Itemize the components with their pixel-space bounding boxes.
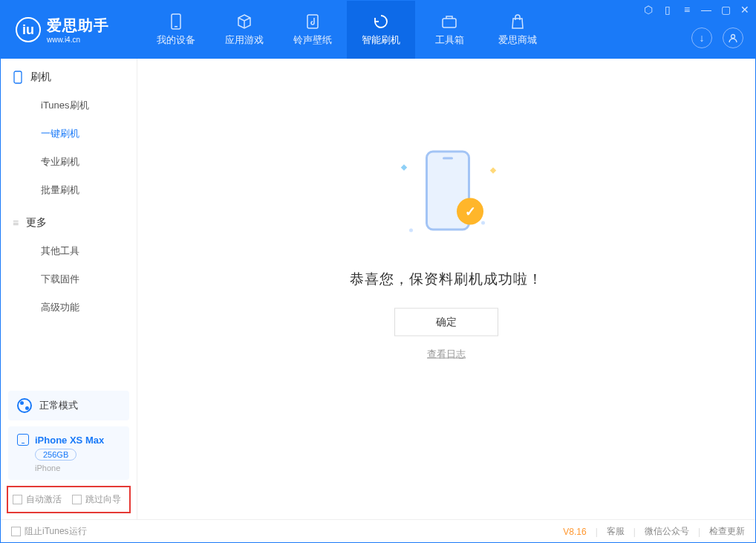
bag-icon <box>509 13 527 30</box>
tab-apps[interactable]: 应用游戏 <box>210 1 278 59</box>
checkbox-icon <box>11 527 21 536</box>
header-right-buttons: ↓ <box>691 27 743 48</box>
main-tabs: 我的设备 应用游戏 铃声壁纸 智能刷机 工具箱 爱思商城 <box>142 1 552 59</box>
app-header: iu 爱思助手 www.i4.cn 我的设备 应用游戏 铃声壁纸 智能刷机 工具… <box>1 1 755 59</box>
sidebar-item-onekey-flash[interactable]: 一键刷机 <box>1 120 137 148</box>
tab-toolbox[interactable]: 工具箱 <box>415 1 483 59</box>
menu-icon[interactable]: ≡ <box>681 4 693 16</box>
tab-label: 铃声壁纸 <box>293 33 332 47</box>
sparkle-icon <box>401 165 407 171</box>
svg-point-4 <box>731 35 735 39</box>
phone-flash-icon <box>13 71 23 84</box>
main-content: ✓ 恭喜您，保资料刷机成功啦！ 确定 查看日志 <box>137 59 755 519</box>
toolbox-icon <box>440 13 458 30</box>
success-illustration: ✓ <box>379 143 513 255</box>
check-badge-icon: ✓ <box>457 198 483 225</box>
shirt-icon[interactable]: ⬡ <box>642 4 654 16</box>
tab-label: 工具箱 <box>435 33 464 47</box>
tab-label: 应用游戏 <box>225 33 264 47</box>
sidebar-item-batch-flash[interactable]: 批量刷机 <box>1 176 137 204</box>
sidebar-item-firmware[interactable]: 下载固件 <box>1 265 137 293</box>
logo-text: 爱思助手 www.i4.cn <box>47 16 109 44</box>
device-icon <box>167 13 185 30</box>
refresh-icon <box>372 13 390 30</box>
sidebar-item-other-tools[interactable]: 其他工具 <box>1 237 137 265</box>
separator: | <box>596 527 598 537</box>
wechat-link[interactable]: 微信公众号 <box>645 525 689 538</box>
sidebar: 刷机 iTunes刷机 一键刷机 专业刷机 批量刷机 ≡ 更多 其他工具 下载固… <box>1 59 137 519</box>
sidebar-item-pro-flash[interactable]: 专业刷机 <box>1 148 137 176</box>
checkbox-icon <box>72 495 82 504</box>
dot-icon <box>481 221 485 225</box>
check-update-link[interactable]: 检查更新 <box>709 525 745 538</box>
mode-label: 正常模式 <box>39 399 78 412</box>
checkbox-auto-activate[interactable]: 自动激活 <box>13 493 62 506</box>
body-area: 刷机 iTunes刷机 一键刷机 专业刷机 批量刷机 ≡ 更多 其他工具 下载固… <box>1 59 755 519</box>
dot-icon <box>409 229 413 233</box>
user-button[interactable] <box>723 27 743 48</box>
section-label: 刷机 <box>30 71 51 84</box>
ok-button[interactable]: 确定 <box>394 308 498 336</box>
tab-store[interactable]: 爱思商城 <box>483 1 552 59</box>
mode-icon <box>17 398 32 413</box>
app-name: 爱思助手 <box>47 16 109 36</box>
version-label: V8.16 <box>563 527 586 537</box>
list-icon: ≡ <box>13 217 19 229</box>
sidebar-bottom: 正常模式 iPhone XS Max 256GB iPhone 自动激活 跳过向… <box>1 385 137 519</box>
checkbox-skip-guide[interactable]: 跳过向导 <box>72 493 121 506</box>
device-storage-badge: 256GB <box>35 449 76 461</box>
checkbox-icon <box>13 495 22 504</box>
checkbox-label: 跳过向导 <box>85 493 121 506</box>
download-button[interactable]: ↓ <box>691 27 712 48</box>
tab-label: 爱思商城 <box>498 33 537 47</box>
mode-box[interactable]: 正常模式 <box>8 391 129 420</box>
tab-label: 我的设备 <box>157 33 195 47</box>
checkbox-block-itunes[interactable]: 阻止iTunes运行 <box>11 525 87 538</box>
section-more: ≡ 更多 <box>1 204 137 237</box>
window-controls: ⬡ ▯ ≡ — ▢ ✕ <box>642 4 751 16</box>
tab-label: 智能刷机 <box>362 33 400 47</box>
device-box[interactable]: iPhone XS Max 256GB iPhone <box>8 426 129 480</box>
success-message: 恭喜您，保资料刷机成功啦！ <box>350 270 543 289</box>
app-site: www.i4.cn <box>47 36 109 44</box>
tab-my-device[interactable]: 我的设备 <box>142 1 210 59</box>
section-flash: 刷机 <box>1 59 137 91</box>
music-icon <box>304 13 322 30</box>
sidebar-item-advanced[interactable]: 高级功能 <box>1 293 137 322</box>
cube-icon <box>235 13 253 30</box>
sidebar-item-itunes-flash[interactable]: iTunes刷机 <box>1 91 137 120</box>
support-link[interactable]: 客服 <box>607 525 625 538</box>
device-name: iPhone XS Max <box>35 435 104 446</box>
device-type: iPhone <box>35 464 60 472</box>
options-row: 自动激活 跳过向导 <box>7 486 131 513</box>
separator: | <box>698 527 700 537</box>
svg-rect-1 <box>175 26 177 27</box>
sparkle-icon <box>490 168 496 174</box>
success-panel: ✓ 恭喜您，保资料刷机成功啦！ 确定 查看日志 <box>350 143 543 361</box>
checkbox-label: 自动激活 <box>26 493 62 506</box>
svg-rect-5 <box>14 71 22 83</box>
text-icon[interactable]: ▯ <box>662 4 674 16</box>
tab-ringtones[interactable]: 铃声壁纸 <box>278 1 347 59</box>
tab-flash[interactable]: 智能刷机 <box>347 1 415 59</box>
footer-right: V8.16 | 客服 | 微信公众号 | 检查更新 <box>563 525 745 538</box>
close-button[interactable]: ✕ <box>739 4 751 16</box>
footer: 阻止iTunes运行 V8.16 | 客服 | 微信公众号 | 检查更新 <box>1 519 755 543</box>
maximize-button[interactable]: ▢ <box>720 4 731 16</box>
app-logo-icon: iu <box>16 17 41 42</box>
separator: | <box>633 527 636 537</box>
logo-area: iu 爱思助手 www.i4.cn <box>1 16 142 44</box>
section-label: 更多 <box>26 216 47 230</box>
view-log-link[interactable]: 查看日志 <box>427 348 466 360</box>
svg-rect-3 <box>443 19 456 27</box>
checkbox-label: 阻止iTunes运行 <box>25 525 87 538</box>
minimize-button[interactable]: — <box>700 4 712 16</box>
device-small-icon <box>17 434 29 446</box>
